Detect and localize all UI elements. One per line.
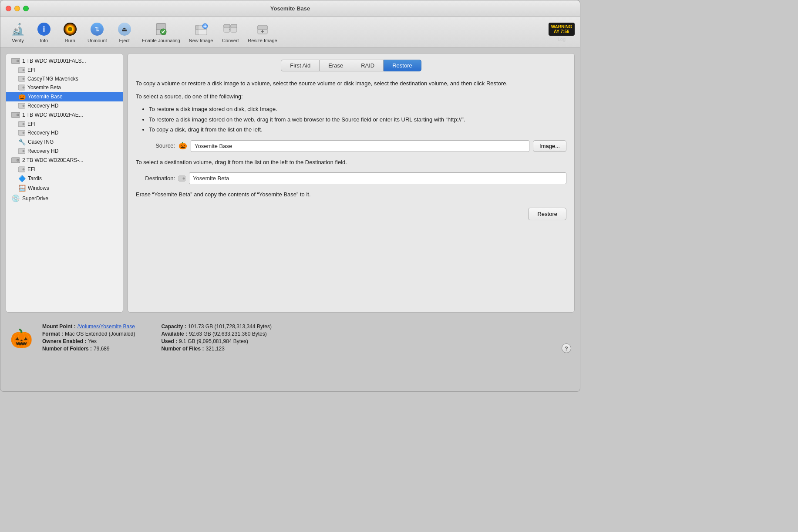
toolbar-eject[interactable]: ⏏ Eject — [112, 20, 137, 45]
sidebar-scroll: 1 TB WDC WD1001FALS... EFI CaseyTNG Mave… — [6, 54, 123, 206]
tab-erase[interactable]: Erase — [320, 60, 352, 71]
source-instructions: To restore a disk image stored on disk, … — [149, 105, 566, 134]
info-icon: i — [36, 21, 52, 37]
help-button[interactable]: ? — [562, 343, 571, 353]
tab-restore[interactable]: Restore — [384, 60, 421, 71]
toolbar-verify[interactable]: 🔬 Verify — [6, 20, 30, 45]
sidebar-item-tardis[interactable]: 🔷 Tardis — [6, 174, 123, 183]
capacity-row: Capacity : 101.73 GB (101,728,313,344 By… — [161, 323, 272, 330]
folders-row: Number of Folders : 79,689 — [42, 346, 135, 352]
volume-avatar: 🎃 — [9, 326, 34, 350]
sidebar-item-efi2[interactable]: EFI — [6, 120, 123, 128]
sidebar-item-superdrive[interactable]: 💿 SuperDrive — [6, 193, 123, 204]
tab-raid[interactable]: RAID — [352, 60, 384, 71]
toolbar-resize-image[interactable]: Resize Image — [244, 20, 280, 45]
bullet-2: To restore a disk image stored on the we… — [149, 115, 566, 124]
svg-point-38 — [23, 168, 25, 171]
sidebar-item-caseytng[interactable]: 🔧 CaseyTNG — [6, 137, 123, 147]
window-controls — [6, 6, 29, 11]
unmount-icon: ⇅ — [89, 21, 105, 37]
info-col-right: Capacity : 101.73 GB (101,728,313,344 By… — [161, 323, 272, 353]
enable-journaling-label: Enable Journaling — [142, 38, 180, 43]
minimize-button[interactable] — [14, 6, 20, 11]
sidebar-item-efi3[interactable]: EFI — [6, 165, 123, 174]
eject-icon: ⏏ — [117, 21, 132, 37]
destination-input[interactable] — [189, 172, 566, 184]
toolbar-info[interactable]: i Info — [32, 20, 56, 45]
sidebar-item-caseytng-mavericks[interactable]: CaseyTNG Mavericks — [6, 74, 123, 83]
source-row: Source: 🎃 Image... — [136, 140, 566, 152]
source-icon: 🎃 — [178, 141, 187, 151]
sidebar-item-disk2[interactable]: 1 TB WDC WD1002FAE... — [6, 110, 123, 120]
verify-label: Verify — [12, 38, 24, 43]
microscope-icon: 🔬 — [10, 21, 26, 37]
bottom-info-bar: 🎃 Mount Point : /Volumes/Yosemite Base F… — [0, 318, 580, 358]
new-image-label: New Image — [189, 38, 213, 43]
log-warning-badge: WARNING AY 7:56 — [549, 23, 575, 36]
toolbar: 🔬 Verify i Info Burn ⇅ Unmount ⏏ — [0, 17, 580, 48]
used-row: Used : 9.1 GB (9,095,081,984 Bytes) — [161, 338, 272, 344]
window-title: Yosemite Base — [270, 5, 310, 12]
available-row: Available : 92.63 GB (92,633,231,360 Byt… — [161, 331, 272, 337]
log-label: Log — [558, 37, 566, 42]
sidebar-item-recovery-hd2[interactable]: Recovery HD — [6, 128, 123, 137]
toolbar-log[interactable]: WARNING AY 7:56 Log — [549, 23, 575, 42]
restore-content: To copy a volume or restore a disk image… — [136, 79, 566, 304]
select-source-heading: To select a source, do one of the follow… — [136, 92, 566, 101]
unmount-label: Unmount — [88, 38, 107, 43]
journaling-icon — [153, 21, 169, 37]
sidebar-item-recovery-hd1[interactable]: Recovery HD — [6, 101, 123, 110]
info-columns: Mount Point : /Volumes/Yosemite Base For… — [42, 323, 553, 353]
eject-label: Eject — [119, 38, 129, 43]
mount-point-row: Mount Point : /Volumes/Yosemite Base — [42, 323, 135, 330]
bullet-1: To restore a disk image stored on disk, … — [149, 105, 566, 114]
close-button[interactable] — [6, 6, 11, 11]
bullet-3: To copy a disk, drag it from the list on… — [149, 125, 566, 134]
format-row: Format : Mac OS Extended (Journaled) — [42, 331, 135, 337]
sidebar-item-efi1[interactable]: EFI — [6, 66, 123, 74]
owners-row: Owners Enabled : Yes — [42, 338, 135, 344]
toolbar-new-image[interactable]: New Image — [185, 20, 217, 45]
erase-note: Erase “Yosemite Beta” and copy the conte… — [136, 190, 566, 199]
restore-intro: To copy a volume or restore a disk image… — [136, 79, 566, 88]
maximize-button[interactable] — [23, 6, 29, 11]
destination-label: Destination: — [136, 174, 175, 183]
svg-point-24 — [23, 105, 25, 107]
tab-first-aid[interactable]: First Aid — [281, 60, 320, 71]
burn-icon — [62, 21, 78, 37]
mount-point-link[interactable]: /Volumes/Yosemite Base — [77, 323, 135, 330]
titlebar: Yosemite Base — [0, 0, 580, 17]
sidebar-item-disk1[interactable]: 1 TB WDC WD1001FALS... — [6, 56, 123, 66]
restore-btn-row: Restore — [136, 208, 566, 220]
svg-point-27 — [17, 114, 19, 116]
toolbar-enable-journaling[interactable]: Enable Journaling — [138, 20, 184, 45]
sidebar-item-yosemite-beta[interactable]: Yosemite Beta — [6, 83, 123, 92]
source-input[interactable] — [191, 140, 529, 152]
main-content: 1 TB WDC WD1001FALS... EFI CaseyTNG Mave… — [0, 48, 580, 318]
svg-point-22 — [23, 87, 25, 89]
svg-point-29 — [23, 123, 25, 125]
svg-point-31 — [23, 132, 25, 134]
sidebar-item-yosemite-base[interactable]: 🎃 Yosemite Base — [6, 92, 123, 101]
tab-bar: First Aid Erase RAID Restore — [136, 60, 566, 71]
svg-point-18 — [23, 69, 25, 71]
restore-button[interactable]: Restore — [528, 208, 566, 220]
sidebar-item-disk3[interactable]: 2 TB WDC WD20EARS-... — [6, 155, 123, 165]
svg-point-33 — [23, 150, 25, 152]
sidebar-item-windows[interactable]: 🪟 Windows — [6, 183, 123, 193]
convert-label: Convert — [222, 38, 239, 43]
toolbar-convert[interactable]: Convert — [218, 20, 242, 45]
right-panel: First Aid Erase RAID Restore To copy a v… — [128, 53, 575, 313]
svg-point-20 — [23, 78, 25, 80]
toolbar-burn[interactable]: Burn — [58, 20, 82, 45]
toolbar-unmount[interactable]: ⇅ Unmount — [84, 20, 111, 45]
burn-label: Burn — [65, 38, 75, 43]
sidebar-item-recovery-hd3[interactable]: Recovery HD — [6, 147, 123, 155]
files-row: Number of Files : 321,123 — [161, 346, 272, 352]
image-button[interactable]: Image... — [533, 140, 566, 152]
resize-icon — [255, 21, 270, 37]
convert-icon — [222, 21, 238, 37]
destination-row: Destination: — [136, 172, 566, 184]
resize-image-label: Resize Image — [248, 38, 277, 43]
info-label: Info — [40, 38, 48, 43]
